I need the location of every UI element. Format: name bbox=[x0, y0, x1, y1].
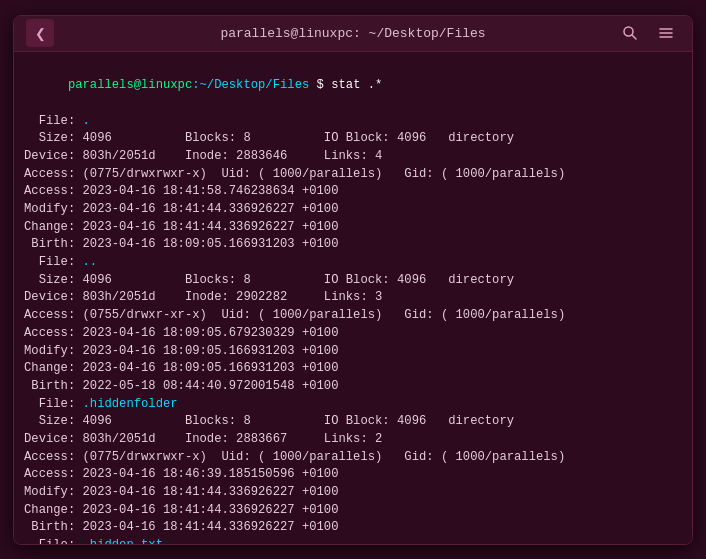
back-icon: ❮ bbox=[35, 26, 46, 41]
terminal-window: ❮ parallels@linuxpc: ~/Desktop/Files p bbox=[13, 15, 693, 545]
output-line: Device: 803h/2051d Inode: 2902282 Links:… bbox=[24, 289, 682, 307]
search-icon bbox=[622, 25, 638, 41]
output-line: File: .hiddenfolder bbox=[24, 396, 682, 414]
svg-line-1 bbox=[632, 35, 636, 39]
output-line: Birth: 2022-05-18 08:44:40.972001548 +01… bbox=[24, 378, 682, 396]
prompt-user: parallels@linuxpc bbox=[68, 78, 192, 92]
output-line: Size: 4096 Blocks: 8 IO Block: 4096 dire… bbox=[24, 130, 682, 148]
output-line: Access: (0775/drwxrwxr-x) Uid: ( 1000/pa… bbox=[24, 166, 682, 184]
back-button[interactable]: ❮ bbox=[26, 19, 54, 47]
window-title: parallels@linuxpc: ~/Desktop/Files bbox=[220, 26, 485, 41]
output-line: Modify: 2023-04-16 18:09:05.166931203 +0… bbox=[24, 343, 682, 361]
output-line: File: . bbox=[24, 113, 682, 131]
output-line: Size: 4096 Blocks: 8 IO Block: 4096 dire… bbox=[24, 272, 682, 290]
output-line: Access: 2023-04-16 18:41:58.746238634 +0… bbox=[24, 183, 682, 201]
menu-icon bbox=[658, 25, 674, 41]
output-line: Birth: 2023-04-16 18:09:05.166931203 +01… bbox=[24, 236, 682, 254]
output-line: File: .. bbox=[24, 254, 682, 272]
output-line: File: .hidden.txt bbox=[24, 537, 682, 543]
output-line: Modify: 2023-04-16 18:41:44.336926227 +0… bbox=[24, 484, 682, 502]
output-line: Change: 2023-04-16 18:41:44.336926227 +0… bbox=[24, 219, 682, 237]
output-line: Access: (0775/drwxrwxr-x) Uid: ( 1000/pa… bbox=[24, 449, 682, 467]
prompt-path: :~/Desktop/Files bbox=[192, 78, 309, 92]
titlebar-controls bbox=[616, 19, 680, 47]
output-line: Change: 2023-04-16 18:41:44.336926227 +0… bbox=[24, 502, 682, 520]
terminal-body[interactable]: parallels@linuxpc:~/Desktop/Files $ stat… bbox=[14, 52, 692, 544]
titlebar-left: ❮ bbox=[26, 19, 54, 47]
menu-button[interactable] bbox=[652, 19, 680, 47]
output-line: Modify: 2023-04-16 18:41:44.336926227 +0… bbox=[24, 201, 682, 219]
command: $ stat .* bbox=[317, 78, 383, 92]
output-line: Device: 803h/2051d Inode: 2883646 Links:… bbox=[24, 148, 682, 166]
output-line: Access: 2023-04-16 18:46:39.185150596 +0… bbox=[24, 466, 682, 484]
search-button[interactable] bbox=[616, 19, 644, 47]
output-line: Access: 2023-04-16 18:09:05.679230329 +0… bbox=[24, 325, 682, 343]
prompt-dollar bbox=[309, 78, 316, 92]
output-line: Change: 2023-04-16 18:09:05.166931203 +0… bbox=[24, 360, 682, 378]
terminal-output: File: . Size: 4096 Blocks: 8 IO Block: 4… bbox=[24, 113, 682, 544]
output-line: Access: (0755/drwxr-xr-x) Uid: ( 1000/pa… bbox=[24, 307, 682, 325]
output-line: Device: 803h/2051d Inode: 2883667 Links:… bbox=[24, 431, 682, 449]
titlebar: ❮ parallels@linuxpc: ~/Desktop/Files bbox=[14, 16, 692, 52]
output-line: Size: 4096 Blocks: 8 IO Block: 4096 dire… bbox=[24, 413, 682, 431]
prompt-line: parallels@linuxpc:~/Desktop/Files $ stat… bbox=[24, 60, 682, 113]
output-line: Birth: 2023-04-16 18:41:44.336926227 +01… bbox=[24, 519, 682, 537]
